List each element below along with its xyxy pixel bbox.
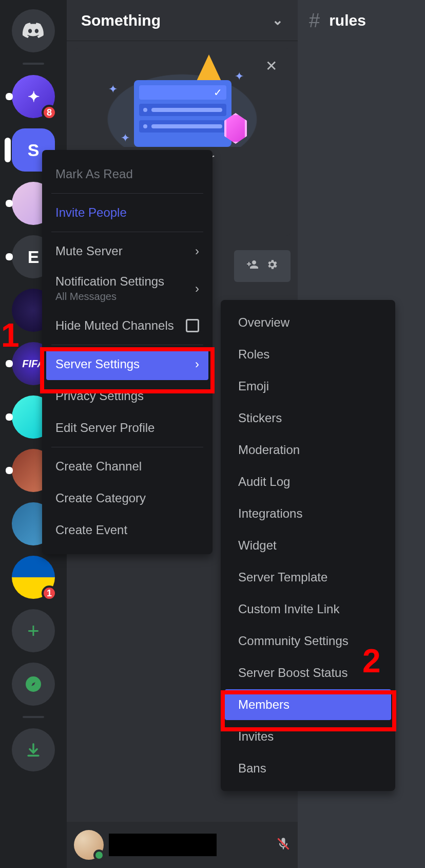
channel-header: # rules — [298, 0, 425, 41]
annotation-label-2: 2 — [362, 642, 381, 680]
server-context-menu: Mark As Read Invite People Mute Server ›… — [42, 150, 212, 554]
submenu-moderation[interactable]: Moderation — [225, 435, 391, 465]
chevron-right-icon: › — [195, 244, 199, 258]
download-apps-button[interactable] — [12, 728, 55, 771]
annotation-label-1: 1 — [1, 316, 20, 354]
add-server-button[interactable]: + — [12, 609, 55, 652]
menu-mark-as-read[interactable]: Mark As Read — [46, 158, 208, 190]
submenu-widget[interactable]: Widget — [225, 530, 391, 561]
menu-separator — [51, 345, 203, 345]
menu-separator — [51, 447, 203, 447]
submenu-members[interactable]: Members — [225, 689, 391, 720]
user-panel — [67, 822, 298, 868]
dm-home-icon[interactable] — [12, 9, 55, 52]
unread-pill — [6, 360, 13, 367]
server-initial: S — [28, 140, 40, 160]
server-icon[interactable]: ✦ 8 — [12, 75, 55, 118]
add-member-icon[interactable] — [246, 258, 259, 274]
hash-icon: # — [309, 10, 320, 32]
submenu-stickers[interactable]: Stickers — [225, 403, 391, 433]
menu-mute-server[interactable]: Mute Server › — [46, 235, 208, 267]
menu-invite-people[interactable]: Invite People — [46, 197, 208, 229]
unread-pill — [6, 93, 13, 100]
server-icon[interactable]: 1 — [12, 556, 55, 599]
submenu-server-template[interactable]: Server Template — [225, 562, 391, 593]
discord-logo-icon — [22, 22, 45, 40]
rail-divider — [23, 716, 44, 718]
menu-privacy-settings[interactable]: Privacy Settings — [46, 380, 208, 412]
user-avatar[interactable] — [74, 830, 104, 860]
redacted-username — [109, 834, 217, 856]
mention-badge: 8 — [42, 105, 57, 120]
menu-hide-muted[interactable]: Hide Muted Channels — [46, 310, 208, 342]
menu-edit-server-profile[interactable]: Edit Server Profile — [46, 412, 208, 444]
submenu-invites[interactable]: Invites — [225, 721, 391, 752]
unread-pill — [6, 413, 13, 421]
explore-servers-button[interactable] — [12, 663, 55, 706]
mention-badge: 1 — [42, 586, 57, 601]
submenu-audit-log[interactable]: Audit Log — [225, 466, 391, 497]
submenu-custom-invite-link[interactable]: Custom Invite Link — [225, 594, 391, 625]
selected-pill — [5, 138, 11, 162]
menu-separator — [51, 193, 203, 194]
chevron-right-icon: › — [195, 281, 199, 296]
boost-illustration: ✓ ✦ ✦ ✦ — [105, 54, 259, 147]
mic-muted-icon[interactable] — [276, 837, 291, 853]
server-name: Something — [81, 12, 161, 29]
server-initial: E — [28, 247, 40, 267]
download-icon — [25, 741, 42, 759]
chevron-right-icon: › — [195, 357, 199, 371]
menu-separator — [51, 232, 203, 232]
menu-notification-settings[interactable]: Notification Settings All Messages › — [46, 267, 208, 310]
submenu-bans[interactable]: Bans — [225, 753, 391, 784]
chevron-down-icon: ⌄ — [272, 12, 283, 28]
unread-pill — [6, 200, 13, 207]
submenu-emoji[interactable]: Emoji — [225, 371, 391, 402]
menu-label: Hide Muted Channels — [55, 318, 174, 333]
menu-label: Mute Server — [55, 244, 123, 258]
status-online-icon — [93, 850, 105, 861]
server-initial: FIFA — [22, 358, 44, 370]
checkbox-icon — [186, 319, 199, 332]
unread-pill — [6, 253, 13, 260]
server-header[interactable]: Something ⌄ — [67, 0, 298, 41]
menu-server-settings[interactable]: Server Settings › — [46, 348, 208, 380]
submenu-integrations[interactable]: Integrations — [225, 498, 391, 529]
channel-name: rules — [329, 12, 366, 29]
menu-label: Notification Settings — [55, 274, 164, 289]
gear-icon[interactable] — [266, 258, 278, 274]
unread-pill — [6, 467, 13, 474]
menu-create-category[interactable]: Create Category — [46, 482, 208, 514]
channel-actions — [234, 250, 291, 282]
submenu-roles[interactable]: Roles — [225, 339, 391, 370]
submenu-overview[interactable]: Overview — [225, 307, 391, 338]
close-icon[interactable]: ✕ — [265, 58, 277, 74]
rail-divider — [23, 63, 44, 65]
compass-icon — [24, 675, 43, 693]
menu-sublabel: All Messages — [55, 291, 164, 303]
server-settings-submenu: Overview Roles Emoji Stickers Moderation… — [221, 300, 395, 791]
menu-label: Server Settings — [55, 357, 140, 371]
menu-create-event[interactable]: Create Event — [46, 514, 208, 546]
menu-create-channel[interactable]: Create Channel — [46, 450, 208, 482]
